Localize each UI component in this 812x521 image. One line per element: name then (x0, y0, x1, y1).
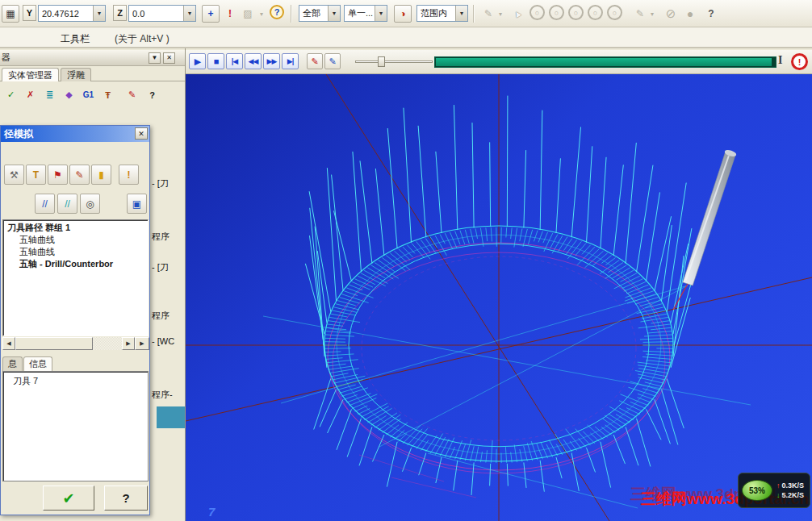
toolbar-menu-label[interactable]: 工具栏 (61, 32, 90, 46)
model-canvas[interactable]: 7 三维网www.3dportal.cn 53% ↑0.3K/S ↓5.2K/S (186, 74, 812, 521)
clear-selection-button[interactable]: ⊘ (662, 5, 680, 23)
sim-settings-button[interactable]: ⚒ (4, 165, 24, 185)
step-back-button[interactable]: ◀◀ (245, 53, 262, 69)
step-forward-button[interactable]: ▶▶ (263, 53, 280, 69)
cursor-select-button[interactable]: ▲ (505, 2, 529, 26)
scroll-right-button[interactable]: ▶ (122, 337, 135, 350)
sim-info-button[interactable]: ! (119, 165, 139, 185)
tab-solids-manager[interactable]: 实体管理器 (2, 68, 59, 81)
dialog-titlebar[interactable]: 径模拟 (1, 126, 149, 142)
tab-message[interactable]: 息 (2, 356, 23, 371)
y-axis-label: Y (27, 8, 32, 18)
circle-icon: ○ (555, 9, 559, 17)
y-coordinate-input[interactable]: 20.47612 ▾ (38, 5, 106, 22)
dialog-close-button[interactable]: ✕ (135, 127, 148, 140)
exclamation-icon: ! (228, 8, 232, 19)
tree-op-row[interactable]: 五轴曲线 (3, 234, 148, 246)
path-simulation-dialog: 径模拟 ✕ ⚒ T ⚑ ✎ ▮ ! // // ◎ ▣ 刀具路径 群组 1 五轴… (0, 125, 150, 515)
solid-display-button[interactable]: ◆ (60, 85, 78, 105)
sim-hatch-button[interactable]: // (35, 194, 55, 214)
chaining-button[interactable]: ◑ (394, 5, 412, 23)
regen-paths-button[interactable]: ≣ (40, 85, 59, 105)
image-capture-button[interactable]: ▨ (239, 5, 257, 23)
all-dropdown-arrow-icon[interactable]: ▾ (328, 6, 340, 21)
g1-icon: G1 (83, 90, 94, 99)
sim-hatch2-button[interactable]: // (57, 194, 77, 214)
selection-help-button[interactable]: ? (702, 5, 720, 23)
network-monitor-widget[interactable]: 53% ↑0.3K/S ↓5.2K/S (738, 473, 810, 508)
circle-icon: ○ (613, 9, 617, 17)
speed-slider[interactable] (355, 56, 433, 66)
sim-trace-button[interactable]: ✎ (69, 165, 90, 185)
tree-group-row[interactable]: 刀具路径 群组 1 (3, 222, 148, 234)
unselect-button[interactable]: ✎ (631, 5, 649, 23)
select-tool-1-button[interactable]: ○ (529, 5, 545, 20)
sim-endpoints-button[interactable]: ▮ (91, 165, 111, 185)
select-all-combo[interactable]: 全部 ▾ (299, 5, 341, 22)
toolbar-separator (473, 5, 475, 23)
clipped-tree-text: - [WC (152, 336, 185, 346)
go-to-end-button[interactable]: ▶| (282, 53, 299, 69)
clipboard-button[interactable]: ▦ (2, 5, 19, 23)
slider-handle[interactable] (378, 56, 385, 67)
unselect-dropdown[interactable]: ▾ (647, 5, 657, 23)
tree-op-row-active[interactable]: 五轴 - Drill/Counterbor (3, 258, 148, 270)
trace-mode-button[interactable]: ✎ (307, 53, 323, 69)
range-dropdown-arrow-icon[interactable]: ▾ (455, 6, 467, 21)
tab-relief[interactable]: 浮雕 (61, 68, 91, 81)
z-axis-button[interactable]: Z (113, 5, 127, 21)
select-all-ops-button[interactable]: ✓ (2, 85, 20, 105)
sim-flag-button[interactable]: ⚑ (48, 165, 68, 185)
panel-header[interactable]: 器 ▼ ✕ (0, 50, 185, 66)
scroll-track[interactable] (93, 337, 122, 350)
sim-snapshot-button[interactable]: ◎ (80, 194, 100, 214)
g1-post-button[interactable]: G1 (79, 85, 98, 105)
tree-horizontal-scrollbar[interactable]: ◀ ▶ ▶ (2, 337, 149, 350)
select-tool-4-button[interactable]: ○ (588, 5, 603, 20)
scroll-left-button[interactable]: ◀ (2, 337, 15, 350)
trace-mode2-button[interactable]: ✎ (324, 53, 341, 69)
deselect-ops-button[interactable]: ✗ (21, 85, 40, 105)
expand-panel-button[interactable]: ▶ (135, 337, 149, 350)
edit-path-button[interactable]: ✎ (123, 85, 141, 105)
play-button[interactable]: ▶ (189, 53, 206, 69)
dropdown-arrow-icon: ▾ (260, 10, 263, 18)
progress-fill (436, 58, 772, 66)
toolpath-tree[interactable]: 刀具路径 群组 1 五轴曲线 五轴曲线 五轴 - Drill/Counterbo… (2, 219, 149, 336)
select-tool-2-button[interactable]: ○ (549, 5, 564, 20)
circle-icon: ○ (574, 9, 578, 17)
stop-alert-button[interactable]: ! (791, 53, 808, 70)
stop-button[interactable]: ■ (207, 53, 224, 69)
capture-dropdown-button[interactable]: ▾ (257, 5, 266, 23)
panel-chevron-button[interactable]: ▼ (149, 52, 161, 64)
simulation-progress-bar (434, 56, 776, 68)
select-last-button[interactable]: ✎ (479, 5, 497, 23)
tab-info[interactable]: 信息 (23, 356, 52, 371)
select-range-combo[interactable]: 范围内 ▾ (416, 5, 468, 22)
select-single-combo[interactable]: 单一... ▾ (344, 5, 387, 22)
scene-svg (186, 74, 812, 521)
go-to-start-button[interactable]: |◀ (226, 53, 243, 69)
z-coordinate-input[interactable]: 0.0 ▾ (128, 5, 196, 22)
y-dropdown-arrow-icon[interactable]: ▾ (93, 6, 105, 21)
panel-close-button[interactable]: ✕ (163, 52, 175, 64)
autocursor-button[interactable]: + (202, 5, 220, 23)
ok-button[interactable]: ✔ (43, 486, 94, 511)
select-last-dropdown[interactable]: ▾ (496, 5, 505, 23)
dialog-help-button[interactable]: ? (104, 486, 148, 511)
y-axis-button[interactable]: Y (23, 5, 36, 21)
fast-point-button[interactable]: ! (221, 5, 239, 23)
y-coordinate-value: 20.47612 (39, 9, 93, 19)
single-dropdown-arrow-icon[interactable]: ▾ (375, 6, 387, 21)
tree-op-row[interactable]: 五轴曲线 (3, 246, 148, 258)
fill-select-button[interactable]: ● (681, 5, 699, 23)
scroll-thumb[interactable] (15, 337, 93, 350)
sim-save-button[interactable]: ▣ (127, 194, 147, 214)
tool-settings-button[interactable]: Ŧ (98, 85, 117, 105)
manager-help-button[interactable]: ? (143, 85, 161, 105)
select-tool-3-button[interactable]: ○ (568, 5, 584, 20)
select-tool-5-button[interactable]: ○ (607, 5, 622, 20)
sim-tool-display-button[interactable]: T (26, 165, 46, 185)
help-bubble-button[interactable]: ? (270, 5, 284, 19)
z-dropdown-arrow-icon[interactable]: ▾ (183, 6, 195, 21)
